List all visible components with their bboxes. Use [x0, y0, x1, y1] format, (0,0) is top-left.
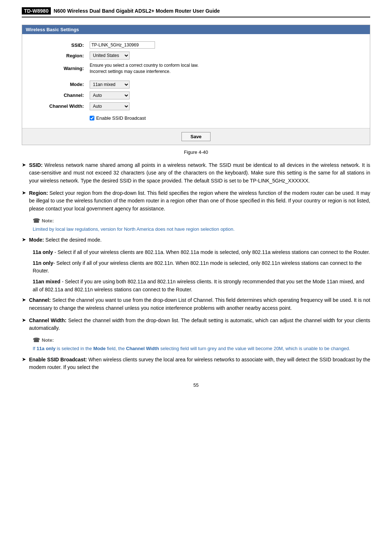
warning-label: Warning: [29, 61, 87, 76]
sub-11a-only: 11a only - Select if all of your wireles… [33, 249, 370, 257]
region-value-cell: United States [87, 50, 363, 61]
channel-width-label: Channel Width: [29, 101, 87, 112]
region-select[interactable]: United States [90, 52, 130, 59]
bullet-text-channel-width: Channel Width: Select the channel width … [29, 317, 370, 332]
channel-width-row: Channel Width: Auto [29, 101, 363, 112]
note2-part4: Mode [93, 346, 106, 351]
ssid-broadcast-label: Enable SSID Broadcast [96, 115, 146, 121]
mode-select[interactable]: 11an mixed [90, 81, 130, 89]
11an-mixed-term: 11an mixed [33, 279, 60, 284]
note-box-1: ☎ Note: Limited by local law regulations… [33, 217, 370, 233]
region-term: Region: [29, 190, 48, 196]
bullet-ssid-broadcast: ➤ Enable SSID Broadcast: When wireless c… [22, 356, 370, 372]
ssid-label: SSID: [29, 40, 87, 50]
note-label-1: ☎ Note: [33, 217, 370, 224]
channel-row: Channel: Auto [29, 90, 363, 101]
note-icon-1: ☎ [33, 217, 40, 224]
ssid-input[interactable] [90, 41, 155, 49]
bullet-ssid: ➤ SSID: Wireless network name shared amo… [22, 161, 370, 185]
sub-11an-mixed: 11an mixed - Select if you are using bot… [33, 278, 370, 294]
bullet-text-region: Region: Select your region from the drop… [29, 189, 370, 213]
page-number: 55 [22, 382, 370, 388]
channel-select[interactable]: Auto [90, 91, 130, 99]
note-title-2: Note: [42, 337, 54, 343]
warning-value-cell: Ensure you select a correct country to c… [87, 61, 363, 76]
region-body: Select your region from the drop-down li… [29, 190, 370, 212]
panel-header: Wireless Basic Settings [22, 25, 370, 34]
note2-part2: 11a only [37, 346, 56, 351]
bullet-text-ssid-broadcast: Enable SSID Broadcast: When wireless cli… [29, 356, 370, 372]
channel-term: Channel: [29, 297, 51, 303]
sub-11n-only: 11n only- Select only if all of your wir… [33, 259, 370, 275]
bullet-text-channel: Channel: Select the channel you want to … [29, 296, 370, 312]
figure-caption: Figure 4-40 [22, 149, 370, 155]
note2-part6: Channel Width [126, 346, 159, 351]
warning-row: Warning: Ensure you select a correct cou… [29, 61, 363, 76]
note-content-1: Limited by local law regulations, versio… [33, 226, 370, 233]
ssid-row: SSID: [29, 40, 363, 50]
ssid-broadcast-row: Enable SSID Broadcast [29, 112, 363, 122]
11an-mixed-body: - Select if you are using both 802.11a a… [33, 279, 364, 292]
model-badge: TD-W8980 [22, 7, 51, 15]
note2-part3: is selected in the [56, 346, 93, 351]
channel-width-body: Select the channel width from the drop-d… [29, 317, 370, 331]
ssid-body: Wireless network name shared among all p… [29, 162, 370, 184]
note2-part5: field, the [106, 346, 126, 351]
channel-value-cell: Auto [87, 90, 363, 101]
note-box-2: ☎ Note: If 11a only is selected in the M… [33, 337, 370, 352]
bullet-arrow-ssid: ➤ [22, 162, 26, 168]
ssid-broadcast-checkbox[interactable] [90, 116, 94, 120]
11n-only-term: 11n only [33, 260, 53, 266]
note-content-2: If 11a only is selected in the Mode fiel… [33, 345, 370, 352]
11a-only-body: - Select if all of your wireless clients… [53, 249, 370, 255]
bullet-text-mode: Mode: Select the desired mode. [29, 236, 102, 244]
settings-form: SSID: Region: United States W [29, 40, 363, 122]
settings-panel: Wireless Basic Settings SSID: Region: Un… [22, 25, 370, 145]
channel-width-term: Channel Width: [29, 317, 66, 323]
11a-only-term: 11a only [33, 249, 53, 255]
ssid-broadcast-term: Enable SSID Broadcast: [29, 357, 87, 362]
channel-width-value-cell: Auto [87, 101, 363, 112]
mode-value-cell: 11an mixed [87, 79, 363, 90]
bullet-mode: ➤ Mode: Select the desired mode. [22, 236, 370, 244]
bullet-arrow-ssid-broadcast: ➤ [22, 356, 26, 362]
mode-term: Mode: [29, 237, 44, 243]
mode-label: Mode: [29, 79, 87, 90]
page-title: N600 Wireless Dual Band Gigabit ADSL2+ M… [54, 8, 220, 14]
bullet-channel-width: ➤ Channel Width: Select the channel widt… [22, 317, 370, 332]
channel-width-select[interactable]: Auto [90, 102, 130, 110]
bullet-arrow-channel: ➤ [22, 297, 26, 303]
channel-label: Channel: [29, 90, 87, 101]
channel-body: Select the channel you want to use from … [29, 297, 370, 311]
note-label-2: ☎ Note: [33, 337, 370, 344]
note2-part1: If [33, 346, 37, 351]
ssid-broadcast-value-cell: Enable SSID Broadcast [87, 112, 363, 122]
warning-line2: Incorrect settings may cause interferenc… [90, 69, 171, 74]
ssid-term: SSID: [29, 162, 42, 168]
bullet-channel: ➤ Channel: Select the channel you want t… [22, 296, 370, 312]
region-label: Region: [29, 50, 87, 61]
bullet-region: ➤ Region: Select your region from the dr… [22, 189, 370, 213]
note-icon-2: ☎ [33, 337, 40, 344]
mode-row: Mode: 11an mixed [29, 79, 363, 90]
bullet-arrow-mode: ➤ [22, 237, 26, 242]
warning-text: Ensure you select a correct country to c… [90, 62, 360, 75]
note-title-1: Note: [42, 218, 54, 223]
bullet-arrow-region: ➤ [22, 190, 26, 196]
11n-only-body: - Select only if all of your wireless cl… [33, 260, 362, 274]
ssid-broadcast-checkbox-row: Enable SSID Broadcast [90, 115, 360, 121]
note2-part7: selecting field will turn grey and the v… [159, 346, 350, 351]
ssid-value-cell [87, 40, 363, 50]
region-row: Region: United States [29, 50, 363, 61]
page-header: TD-W8980 N600 Wireless Dual Band Gigabit… [22, 7, 370, 17]
save-button[interactable]: Save [181, 132, 211, 141]
panel-body: SSID: Region: United States W [22, 34, 370, 128]
save-row: Save [22, 128, 370, 145]
bullet-text-ssid: SSID: Wireless network name shared among… [29, 161, 370, 185]
ssid-broadcast-label-spacer [29, 112, 87, 122]
mode-body: Select the desired mode. [44, 237, 102, 243]
warning-line1: Ensure you select a correct country to c… [90, 63, 199, 68]
bullet-arrow-channel-width: ➤ [22, 317, 26, 323]
